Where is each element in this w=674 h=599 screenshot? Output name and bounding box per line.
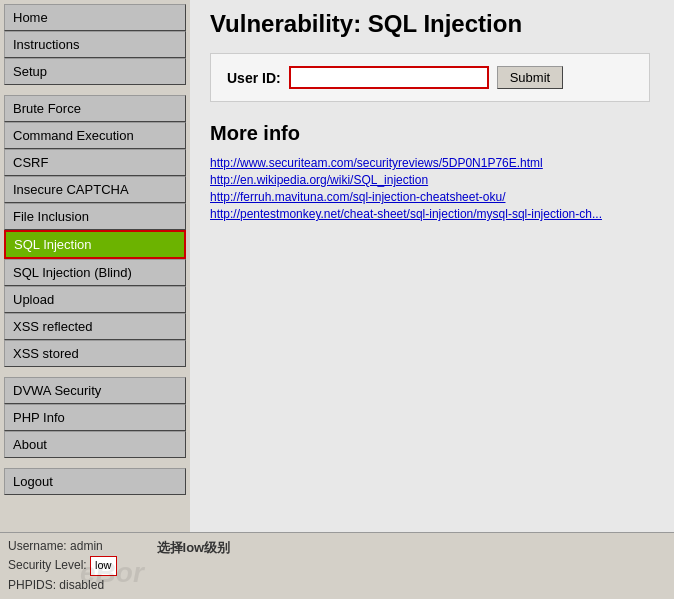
- sidebar-item-command-execution[interactable]: Command Execution: [4, 122, 186, 149]
- link-3[interactable]: http://ferruh.mavituna.com/sql-injection…: [210, 190, 505, 204]
- link-4[interactable]: http://pentestmonkey.net/cheat-sheet/sql…: [210, 207, 602, 221]
- page-title: Vulnerability: SQL Injection: [210, 10, 654, 38]
- phpids-label: PHPIDS:: [8, 578, 56, 592]
- divider-3: [4, 460, 186, 468]
- user-id-form: User ID: Submit: [210, 53, 650, 102]
- username-value: admin: [70, 539, 103, 553]
- sidebar-item-home[interactable]: Home: [4, 4, 186, 31]
- sidebar-item-php-info[interactable]: PHP Info: [4, 404, 186, 431]
- sidebar-item-brute-force[interactable]: Brute Force: [4, 95, 186, 122]
- sidebar-item-logout[interactable]: Logout: [4, 468, 186, 495]
- security-row: Security Level: low: [8, 556, 117, 576]
- footer-bar: Username: admin Security Level: low PHPI…: [0, 532, 674, 599]
- sidebar-group-2: Brute Force Command Execution CSRF Insec…: [4, 95, 186, 367]
- footer-left: Username: admin Security Level: low PHPI…: [8, 537, 117, 595]
- sidebar-group-3: DVWA Security PHP Info About: [4, 377, 186, 458]
- phpids-row: PHPIDS: disabled: [8, 576, 117, 595]
- sidebar-group-4: Logout: [4, 468, 186, 495]
- link-2[interactable]: http://en.wikipedia.org/wiki/SQL_injecti…: [210, 173, 428, 187]
- more-info-links: http://www.securiteam.com/securityreview…: [210, 155, 654, 221]
- more-info-title: More info: [210, 122, 654, 145]
- sidebar-item-dvwa-security[interactable]: DVWA Security: [4, 377, 186, 404]
- sidebar-item-upload[interactable]: Upload: [4, 286, 186, 313]
- sidebar-item-file-inclusion[interactable]: File Inclusion: [4, 203, 186, 230]
- username-label: Username:: [8, 539, 67, 553]
- link-1[interactable]: http://www.securiteam.com/securityreview…: [210, 156, 543, 170]
- user-id-input[interactable]: [289, 66, 489, 89]
- main-content: Vulnerability: SQL Injection User ID: Su…: [190, 0, 674, 599]
- phpids-value: disabled: [59, 578, 104, 592]
- security-level-value: low: [90, 556, 117, 576]
- sidebar-item-sql-injection[interactable]: SQL Injection: [4, 230, 186, 259]
- sidebar-group-1: Home Instructions Setup: [4, 4, 186, 85]
- submit-button[interactable]: Submit: [497, 66, 563, 89]
- sidebar-item-sql-injection-blind[interactable]: SQL Injection (Blind): [4, 259, 186, 286]
- link-item-2: http://en.wikipedia.org/wiki/SQL_injecti…: [210, 172, 654, 187]
- divider-1: [4, 87, 186, 95]
- link-item-1: http://www.securiteam.com/securityreview…: [210, 155, 654, 170]
- username-row: Username: admin: [8, 537, 117, 556]
- divider-2: [4, 369, 186, 377]
- sidebar-item-instructions[interactable]: Instructions: [4, 31, 186, 58]
- sidebar-item-setup[interactable]: Setup: [4, 58, 186, 85]
- security-label: Security Level:: [8, 558, 87, 572]
- user-id-label: User ID:: [227, 70, 281, 86]
- sidebar-item-xss-reflected[interactable]: XSS reflected: [4, 313, 186, 340]
- form-row: User ID: Submit: [227, 66, 633, 89]
- sidebar-item-csrf[interactable]: CSRF: [4, 149, 186, 176]
- link-item-3: http://ferruh.mavituna.com/sql-injection…: [210, 189, 654, 204]
- link-item-4: http://pentestmonkey.net/cheat-sheet/sql…: [210, 206, 654, 221]
- sidebar: Home Instructions Setup Brute Force Comm…: [0, 0, 190, 599]
- sidebar-item-about[interactable]: About: [4, 431, 186, 458]
- sidebar-item-xss-stored[interactable]: XSS stored: [4, 340, 186, 367]
- sidebar-item-insecure-captcha[interactable]: Insecure CAPTCHA: [4, 176, 186, 203]
- footer-row: Username: admin Security Level: low PHPI…: [8, 537, 666, 595]
- footer-select-level: 选择low级别: [157, 537, 231, 557]
